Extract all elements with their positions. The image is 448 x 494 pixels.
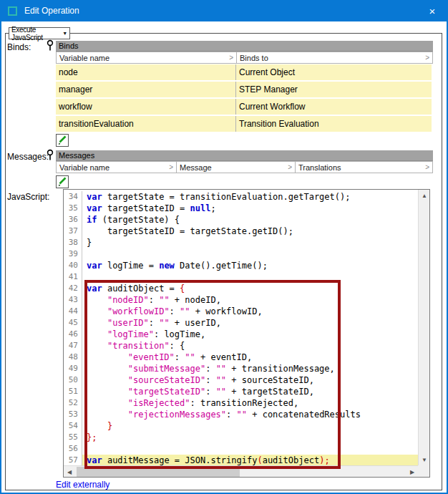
code-text: "logTime": logTime, bbox=[82, 329, 418, 340]
edit-externally-link[interactable]: Edit externally bbox=[56, 480, 109, 490]
scroll-down-icon[interactable]: ▼ bbox=[419, 454, 430, 465]
code-token: (targetState) { bbox=[97, 215, 180, 225]
scroll-left-icon[interactable]: ◀ bbox=[64, 466, 75, 478]
code-token: "submitMessage" bbox=[128, 364, 205, 374]
code-text: var logTime = new Date().getTime(); bbox=[82, 260, 418, 271]
code-line[interactable]: 55}; bbox=[64, 432, 418, 443]
edit-pencil-icon bbox=[57, 135, 67, 145]
code-line[interactable]: 48 "eventID": "" + eventID, bbox=[64, 352, 418, 363]
code-token: "" bbox=[159, 295, 169, 305]
column-header-cell[interactable]: Message> bbox=[177, 162, 296, 173]
column-header-cell[interactable]: Variable name> bbox=[57, 162, 177, 173]
code-line[interactable]: 52 "isRejected": transitionRejected, bbox=[64, 397, 418, 409]
column-header-cell[interactable]: Translations> bbox=[296, 162, 432, 173]
scrollbar-thumb[interactable] bbox=[77, 467, 240, 477]
code-line[interactable]: 43 "nodeID": "" + nodeID, bbox=[64, 294, 418, 306]
messages-section-bar: Messages bbox=[56, 150, 433, 161]
code-line[interactable]: 40var logTime = new Date().getTime(); bbox=[64, 260, 418, 271]
code-text: "transition": { bbox=[82, 340, 418, 352]
binds-edit-button[interactable] bbox=[56, 134, 69, 147]
operation-type-dropdown[interactable]: Execute JavaScript ▼ bbox=[9, 27, 70, 39]
code-token: } bbox=[107, 421, 112, 431]
code-line[interactable]: 42var auditObject = { bbox=[64, 283, 418, 294]
code-token: var bbox=[87, 192, 102, 202]
scroll-up-icon[interactable]: ▲ bbox=[419, 190, 430, 201]
line-number: 35 bbox=[64, 203, 82, 214]
line-number: 53 bbox=[64, 409, 82, 420]
code-line[interactable]: 47 "transition": { bbox=[64, 340, 418, 352]
code-line[interactable]: 41 bbox=[64, 271, 418, 283]
line-number: 36 bbox=[64, 214, 82, 226]
code-token: var bbox=[87, 261, 102, 271]
code-token bbox=[87, 318, 107, 328]
code-line[interactable]: 57var auditMessage = JSON.stringify(audi… bbox=[64, 455, 418, 465]
code-line[interactable]: 56 bbox=[64, 443, 418, 455]
table-cell[interactable]: STEP Manager bbox=[236, 82, 432, 97]
code-line[interactable]: 46 "logTime": logTime, bbox=[64, 329, 418, 340]
code-line[interactable]: 53 "rejectionMessages": "" + concatenate… bbox=[64, 409, 418, 420]
line-number: 46 bbox=[64, 329, 82, 340]
line-number: 52 bbox=[64, 397, 82, 409]
table-cell[interactable]: transitionEvaluation bbox=[56, 116, 236, 132]
horizontal-scrollbar[interactable]: ◀ ▶ bbox=[64, 465, 418, 477]
code-text: var targetStateID = null; bbox=[82, 203, 418, 214]
code-token: : bbox=[226, 410, 236, 420]
code-text bbox=[82, 271, 418, 283]
code-line[interactable]: 36if (targetState) { bbox=[64, 214, 418, 226]
code-token bbox=[87, 329, 107, 339]
table-cell[interactable]: manager bbox=[56, 82, 236, 97]
code-line[interactable]: 45 "userID": "" + userID, bbox=[64, 317, 418, 329]
code-line[interactable]: 51 "targetStateID": "" + targetStateID, bbox=[64, 386, 418, 397]
binds-section-bar: Binds bbox=[56, 41, 433, 52]
code-line[interactable]: 44 "workflowID": "" + workflowID, bbox=[64, 306, 418, 317]
code-token: var bbox=[87, 203, 102, 213]
code-line[interactable]: 37 targetStateID = targetState.getID(); bbox=[64, 226, 418, 237]
close-icon[interactable]: × bbox=[418, 0, 447, 21]
line-number: 57 bbox=[64, 455, 82, 465]
table-cell[interactable]: Current Workflow bbox=[236, 99, 432, 115]
code-token: + targetStateID, bbox=[226, 387, 314, 397]
sort-chevron-icon: > bbox=[425, 54, 429, 62]
code-area[interactable]: 34var targetState = transitionEvaluation… bbox=[64, 190, 418, 465]
code-text bbox=[82, 248, 418, 260]
code-token: new bbox=[159, 261, 175, 271]
code-line[interactable]: 39 bbox=[64, 248, 418, 260]
code-token: "" bbox=[159, 318, 169, 328]
javascript-code-editor[interactable]: 34var targetState = transitionEvaluation… bbox=[63, 189, 430, 478]
code-token: targetStateID = bbox=[102, 203, 190, 213]
code-line[interactable]: 50 "sourceStateID": "" + sourceStateID, bbox=[64, 374, 418, 386]
code-token: : bbox=[205, 364, 215, 374]
code-token: }; bbox=[87, 432, 97, 442]
column-header-cell[interactable]: Binds to> bbox=[237, 52, 432, 63]
code-line[interactable]: 38} bbox=[64, 237, 418, 248]
table-cell[interactable]: Transition Evaluation bbox=[236, 116, 432, 132]
code-token: ); bbox=[319, 455, 329, 465]
line-number: 34 bbox=[64, 191, 82, 203]
code-token: var bbox=[87, 284, 102, 294]
table-cell[interactable]: Current Object bbox=[236, 64, 432, 80]
sort-chevron-icon: > bbox=[425, 163, 429, 171]
table-cell[interactable]: workflow bbox=[56, 99, 236, 115]
code-token bbox=[87, 306, 107, 316]
code-token: ; bbox=[210, 203, 215, 213]
code-line[interactable]: 35var targetStateID = null; bbox=[64, 203, 418, 214]
code-text: var auditMessage = JSON.stringify(auditO… bbox=[82, 455, 418, 465]
code-text: var auditObject = { bbox=[82, 283, 418, 294]
code-line[interactable]: 49 "submitMessage": "" + transitionMessa… bbox=[64, 363, 418, 374]
code-text: "sourceStateID": "" + sourceStateID, bbox=[82, 374, 418, 386]
column-header-cell[interactable]: Variable name> bbox=[57, 52, 237, 63]
table-row: managerSTEP Manager bbox=[56, 82, 433, 97]
line-number: 40 bbox=[64, 260, 82, 271]
messages-edit-button[interactable] bbox=[56, 175, 69, 188]
scroll-right-icon[interactable]: ▶ bbox=[406, 466, 418, 478]
code-token: logTime = bbox=[102, 261, 159, 271]
code-line[interactable]: 34var targetState = transitionEvaluation… bbox=[64, 191, 418, 203]
sort-chevron-icon: > bbox=[229, 54, 233, 62]
vertical-scrollbar[interactable]: ▲ ▼ bbox=[418, 190, 429, 465]
code-token: "sourceStateID" bbox=[128, 375, 205, 385]
table-cell[interactable]: node bbox=[56, 64, 236, 80]
column-header-label: Message bbox=[180, 163, 212, 172]
line-number: 41 bbox=[64, 271, 82, 283]
code-line[interactable]: 54 } bbox=[64, 420, 418, 432]
code-token: "userID" bbox=[107, 318, 149, 328]
